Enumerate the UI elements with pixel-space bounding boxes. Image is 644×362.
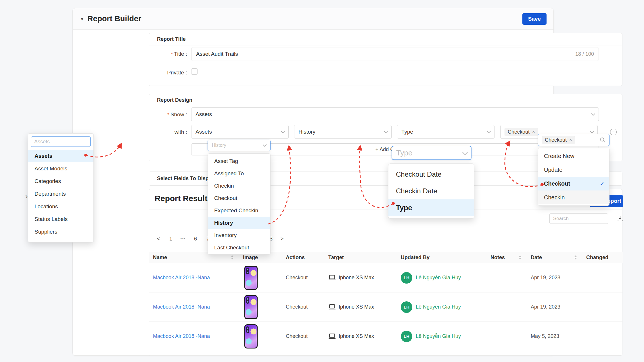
table-row: Macbook Air 2018 -Nana Checkout Iphone X…: [149, 292, 623, 322]
column-header-label: Updated By: [401, 255, 430, 261]
private-checkbox[interactable]: [191, 68, 198, 75]
dropdown-option[interactable]: Checkin ✓: [538, 190, 609, 204]
asset-name-link[interactable]: Macbook Air 2018 -Nana: [153, 333, 210, 339]
table-row: Macbook Air 2018 -Nana Checkout Iphone X…: [149, 263, 623, 292]
chevron-down-icon: [487, 129, 491, 133]
report-design-section-header: Report Design: [149, 94, 622, 106]
column-header[interactable]: Updated By: [397, 252, 486, 263]
dropdown-option[interactable]: Categories: [28, 175, 93, 188]
fields-to-display-heading: Select Fields To Display: [157, 176, 216, 182]
dropdown-option[interactable]: Last Checkout: [208, 241, 270, 254]
results-heading: Report Results: [155, 194, 212, 203]
chevron-down-icon: [591, 112, 595, 116]
history-dropdown-list: Asset Tag Assigned To Checkin Checkout E…: [208, 155, 270, 254]
dropdown-option[interactable]: Type: [388, 199, 474, 216]
column-header[interactable]: Notes: [486, 252, 527, 263]
dropdown-option[interactable]: History: [208, 217, 270, 229]
updated-by-cell: LH Lê Nguyễn Gia Huy: [397, 322, 486, 351]
with-select-field[interactable]: Type: [397, 125, 494, 139]
type-select-control[interactable]: Type: [392, 146, 471, 160]
save-button[interactable]: Save: [522, 13, 547, 25]
dropdown-option[interactable]: Checkout ✓: [538, 177, 609, 190]
dropdown-option[interactable]: Checkout Date: [388, 166, 474, 183]
asset-image-thumbnail[interactable]: [244, 324, 258, 348]
pagination-item[interactable]: 1: [166, 234, 176, 244]
remove-tag-icon[interactable]: ×: [532, 129, 535, 135]
asset-name-link[interactable]: Macbook Air 2018 -Nana: [153, 304, 210, 310]
dropdown-option[interactable]: Checkin Date: [388, 183, 474, 199]
card-header: ▾ Report Builder Save: [73, 8, 553, 30]
dropdown-option[interactable]: Update ✓: [538, 163, 609, 177]
dropdown-option[interactable]: Suppliers: [28, 226, 93, 238]
asset-name-link[interactable]: Macbook Air 2018 -Nana: [153, 275, 210, 281]
changed-cell: [582, 322, 623, 351]
remove-tag-icon[interactable]: ×: [569, 137, 572, 143]
dropdown-option[interactable]: Asset Models: [28, 162, 93, 175]
pagination-item[interactable]: >: [277, 234, 287, 244]
table-row: Macbook Air 2018 -Nana Checkout Iphone X…: [149, 322, 623, 351]
history-select-control[interactable]: History: [208, 140, 271, 151]
target-cell: Iphone XS Max: [324, 322, 397, 351]
required-asterisk: *: [171, 51, 173, 57]
sort-icon[interactable]: [231, 255, 234, 259]
checkmark-icon: ✓: [600, 180, 605, 187]
dropdown-option[interactable]: Checkin: [208, 180, 270, 192]
sort-icon[interactable]: [574, 255, 577, 259]
action-cell: Checkout: [282, 263, 324, 292]
column-header[interactable]: Actions: [282, 252, 324, 263]
dropdown-option[interactable]: Assigned To: [208, 167, 270, 180]
updated-by-link[interactable]: Lê Nguyễn Gia Huy: [416, 275, 461, 281]
assets-dropdown-search-input[interactable]: [31, 136, 91, 147]
remove-condition-button[interactable]: −: [610, 129, 617, 135]
pagination-item[interactable]: 6: [191, 234, 200, 244]
download-button[interactable]: [615, 214, 625, 224]
date-cell: Apr 19, 2023: [527, 292, 582, 321]
checkout-tag: Checkout ×: [542, 136, 575, 144]
target-name: Iphone XS Max: [339, 304, 374, 310]
column-header-label: Image: [243, 255, 258, 261]
with-select-module-value: History: [298, 129, 315, 135]
with-select-module[interactable]: History: [294, 125, 392, 139]
updated-by-link[interactable]: Lê Nguyễn Gia Huy: [416, 333, 461, 339]
results-search-input[interactable]: [549, 213, 608, 224]
updated-by-link[interactable]: Lê Nguyễn Gia Huy: [416, 304, 461, 310]
updated-by-cell: LH Lê Nguyễn Gia Huy: [397, 263, 486, 292]
checkout-tag-label: Checkout: [545, 137, 567, 143]
date-cell: May 5, 2023: [527, 322, 582, 351]
type-select-value: Type: [396, 149, 412, 157]
report-builder-page: › ▾ Report Builder Save Report Title *Ti…: [0, 0, 644, 362]
dropdown-option[interactable]: Asset Tag: [208, 155, 270, 167]
dropdown-option[interactable]: Assets: [28, 150, 93, 162]
required-asterisk: *: [167, 112, 169, 118]
dropdown-option[interactable]: Checkout: [208, 192, 270, 204]
checkout-dropdown-list: Create New ✓ Update ✓ Checkout ✓ Checkin…: [538, 149, 609, 204]
pagination-item[interactable]: <: [154, 234, 163, 244]
column-header[interactable]: Changed: [582, 252, 623, 263]
checkout-dropdown-popup: Create New ✓ Update ✓ Checkout ✓ Checkin…: [538, 148, 610, 206]
with-select-entity[interactable]: Assets: [191, 125, 289, 139]
dropdown-option[interactable]: Inventory: [208, 229, 270, 241]
notes-cell: [486, 263, 527, 292]
dropdown-option[interactable]: Departments: [28, 188, 93, 200]
action-cell: Checkout: [282, 292, 324, 321]
dropdown-option[interactable]: Status Labels: [28, 213, 93, 226]
show-select[interactable]: Assets: [191, 107, 599, 121]
asset-image-thumbnail[interactable]: [244, 295, 258, 319]
pagination-item[interactable]: •••: [178, 234, 188, 244]
target-name: Iphone XS Max: [339, 333, 374, 339]
dropdown-option[interactable]: Create New ✓: [538, 149, 609, 163]
checkout-select-control[interactable]: Checkout ×: [538, 134, 610, 146]
title-input[interactable]: Asset Audit Trails 18 / 100: [191, 47, 599, 61]
sort-icon[interactable]: [519, 255, 522, 259]
dropdown-option[interactable]: Expected Checkin: [208, 204, 270, 217]
column-header[interactable]: Target: [324, 252, 397, 263]
collapse-caret-icon[interactable]: ▾: [81, 16, 83, 22]
dropdown-option[interactable]: Locations: [28, 200, 93, 213]
column-header[interactable]: Date: [527, 252, 582, 263]
checkout-tag: Checkout ×: [505, 128, 538, 136]
asset-image-thumbnail[interactable]: [244, 266, 258, 290]
private-label: Private :: [149, 70, 187, 76]
avatar: LH: [401, 301, 412, 313]
title-value: Asset Audit Trails: [196, 51, 238, 57]
panel-collapse-chevron-icon[interactable]: ›: [25, 192, 28, 201]
